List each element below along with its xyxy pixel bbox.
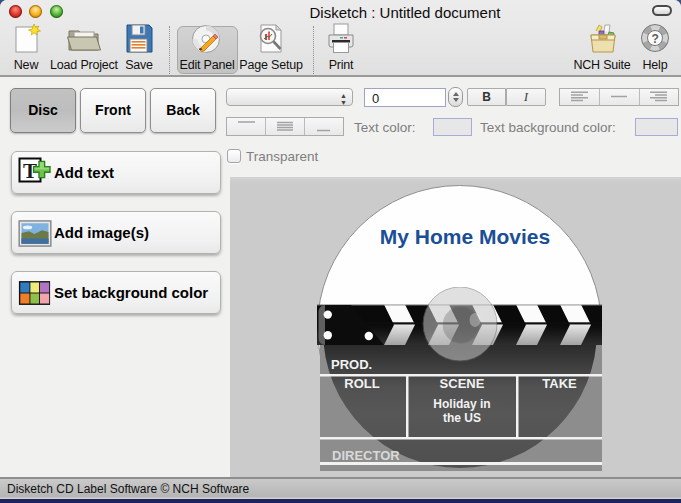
svg-text:?: ?: [651, 32, 658, 46]
